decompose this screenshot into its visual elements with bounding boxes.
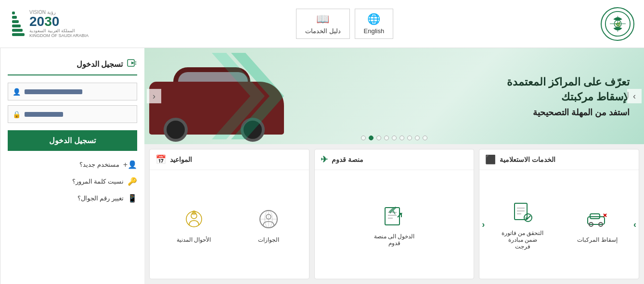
content-area: ‹ › تعرّف على المراكز المعتمدة لإسقاط مر…	[144, 48, 644, 284]
inquiry-card-header: الخدمات الاستعلامية ⬛	[479, 149, 639, 170]
enter-qudoom-icon	[381, 203, 408, 229]
dot-3[interactable]	[407, 136, 412, 140]
passports-item[interactable]: الجوازات	[256, 206, 282, 243]
dot-1[interactable]	[423, 136, 427, 140]
civil-affairs-icon-circle	[180, 206, 207, 233]
banner-dots	[361, 136, 427, 140]
vehicle-scrap-icon	[584, 206, 611, 233]
vehicle-scrap-label: إسقاط المركبات	[577, 236, 617, 243]
login-title: تسجيل الدخول	[8, 58, 137, 75]
layers-icon: ⬛	[485, 154, 496, 165]
header-buttons: 🌐 English 📖 دليل الخدمات	[296, 9, 393, 39]
passports-icon-circle	[256, 206, 282, 233]
service-card-inquiry: الخدمات الاستعلامية ⬛ ›	[479, 149, 639, 279]
site-logo: 🌿	[601, 7, 634, 41]
enter-qudoom-item[interactable]: الدخول الى منصة قدوم	[373, 203, 416, 247]
vision-year: 2030	[29, 15, 59, 28]
vision-2030-logo: رؤية VISION 2030 المملكة العربية السعودي…	[29, 10, 89, 38]
book-icon: 📖	[316, 13, 329, 25]
new-user-link[interactable]: 👤+ مستخدم جديد؟	[8, 158, 137, 171]
vision-country: المملكة العربية السعودية	[29, 28, 75, 33]
change-mobile-link[interactable]: 📱 تغيير رقم الجوال؟	[8, 192, 137, 205]
inquiry-card-title: الخدمات الاستعلامية	[500, 156, 555, 163]
services-guide-button[interactable]: 📖 دليل الخدمات	[296, 9, 350, 39]
svg-rect-13	[515, 203, 527, 220]
banner-subheading: استفد من المهلة التصحيحية	[507, 107, 630, 117]
login-button[interactable]: تسجيل الدخول	[8, 130, 137, 151]
invoice-check-item[interactable]: التحقق من فاتورة ضمن مبادرة فرجت	[501, 199, 544, 250]
abshir-logo	[12, 12, 25, 36]
forgot-password-link[interactable]: 🔑 نسيت كلمة المرور؟	[8, 175, 137, 188]
inquiry-next-arrow[interactable]: ›	[633, 220, 636, 230]
inquiry-prev-arrow[interactable]: ‹	[482, 220, 485, 230]
user-icon: 👤	[13, 88, 21, 96]
service-card-qudoom: منصة قدوم ✈	[314, 149, 475, 279]
banner-next-button[interactable]: ›	[627, 89, 642, 103]
dot-8[interactable]	[369, 136, 374, 140]
login-icon	[127, 58, 137, 71]
invoice-check-label: التحقق من فاتورة ضمن مبادرة فرجت	[501, 230, 544, 250]
appointments-card-body: الجوازات	[150, 170, 309, 279]
username-group: 👤	[8, 83, 137, 100]
english-label: English	[364, 27, 385, 35]
plane-icon: ✈	[321, 154, 328, 165]
service-card-appointments: المواعيد 📅	[149, 149, 309, 279]
enter-qudoom-label: الدخول الى منصة قدوم	[373, 233, 416, 247]
banner-text: تعرّف على المراكز المعتمدة لإسقاط مركبتك…	[507, 75, 630, 118]
dot-7[interactable]	[376, 136, 381, 140]
english-button[interactable]: 🌐 English	[355, 9, 394, 39]
header-logo-area: 🌿	[601, 7, 634, 41]
qudoom-card-header: منصة قدوم ✈	[315, 149, 474, 170]
dot-9[interactable]	[361, 136, 366, 140]
globe-icon: 🌐	[367, 13, 380, 25]
invoice-check-icon-circle	[509, 199, 536, 226]
vision-logo-area: رؤية VISION 2030 المملكة العربية السعودي…	[10, 10, 89, 38]
appointments-card-title: المواعيد	[170, 156, 192, 163]
qudoom-card-body: الدخول الى منصة قدوم	[315, 170, 474, 279]
banner-heading: تعرّف على المراكز المعتمدة لإسقاط مركبتك	[507, 75, 630, 105]
vision-country-en: KINGDOM OF SAUDI ARABIA	[29, 33, 89, 38]
calendar-icon: 📅	[155, 154, 166, 165]
qudoom-card-title: منصة قدوم	[332, 156, 363, 163]
appointments-card-header: المواعيد 📅	[150, 149, 309, 170]
main-container: ‹ › تعرّف على المراكز المعتمدة لإسقاط مر…	[0, 48, 644, 284]
lock-icon: 🔒	[13, 111, 21, 118]
civil-affairs-label: الأحوال المدنية	[177, 236, 211, 243]
dot-5[interactable]	[392, 136, 397, 140]
login-sidebar: تسجيل الدخول 👤 🔒 تسجيل الدخول 👤+ مستخدم …	[0, 48, 144, 284]
dot-6[interactable]	[384, 136, 389, 140]
phone-icon: 📱	[128, 194, 137, 203]
sidebar-links: 👤+ مستخدم جديد؟ 🔑 نسيت كلمة المرور؟ 📱 تغ…	[8, 158, 137, 205]
add-user-icon: 👤+	[123, 160, 137, 169]
header: 🌿 🌐 English 📖 دليل الخدمات	[0, 0, 644, 48]
banner-prev-button[interactable]: ‹	[147, 89, 161, 103]
banner-slider: ‹ › تعرّف على المراكز المعتمدة لإسقاط مر…	[144, 48, 644, 144]
services-section: الخدمات الاستعلامية ⬛ ›	[144, 144, 644, 284]
passports-label: الجوازات	[258, 236, 279, 243]
civil-affairs-item[interactable]: الأحوال المدنية	[177, 206, 211, 243]
dot-2[interactable]	[415, 136, 420, 140]
vehicle-scrap-item[interactable]: إسقاط المركبات	[577, 206, 617, 243]
inquiry-card-body: › إسقاط المركبات	[479, 170, 639, 279]
password-group: 🔒	[8, 105, 137, 123]
key-icon: 🔑	[128, 177, 137, 186]
login-title-text: تسجيل الدخول	[77, 60, 123, 69]
dot-4[interactable]	[399, 136, 404, 140]
services-guide-label: دليل الخدمات	[305, 27, 341, 35]
